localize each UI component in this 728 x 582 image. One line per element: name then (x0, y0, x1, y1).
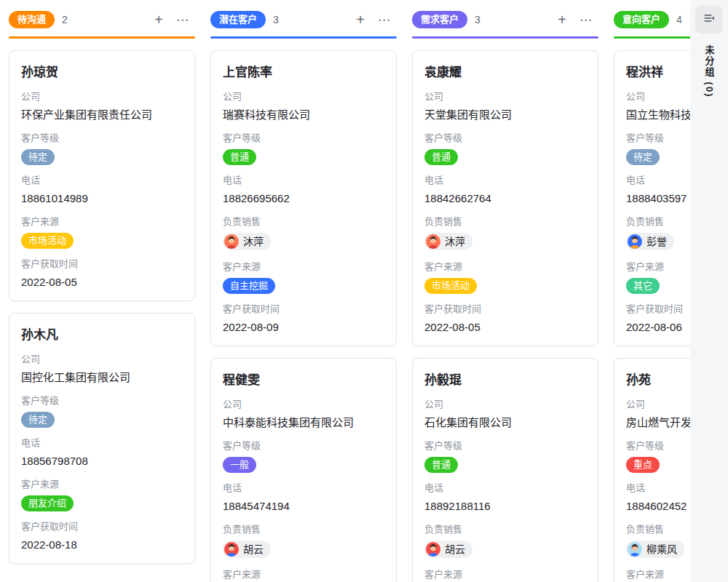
column-tag: 潜在客户 (210, 11, 266, 28)
customer-card[interactable]: 上官陈率 公司 瑞赛科技有限公司 客户等级 普通 电话 18826695662 … (210, 50, 397, 346)
field-label: 公司 (223, 398, 384, 411)
customer-card[interactable]: 程健雯 公司 中科泰能科技集团有限公司 客户等级 一般 电话 188454741… (210, 358, 397, 582)
customer-card[interactable]: 袁康耀 公司 天堂集团有限公司 客户等级 普通 电话 18842662764 负… (412, 50, 598, 346)
level-badge: 待定 (626, 149, 660, 165)
field-level: 客户等级 一般 (223, 439, 384, 473)
source-badge: 市场活动 (21, 233, 74, 249)
column-count: 3 (273, 14, 279, 25)
avatar (426, 234, 440, 249)
card-title: 孙琼贺 (21, 64, 183, 81)
field-source: 客户来源 市场活动 (424, 568, 586, 582)
field-label: 负责销售 (424, 215, 586, 228)
field-label: 电话 (21, 174, 183, 187)
field-label: 公司 (223, 90, 384, 103)
customer-card[interactable]: 孙琼贺 公司 环保产业集团有限责任公司 客户等级 待定 电话 188610149… (9, 50, 195, 301)
date-value: 2022-08-05 (21, 274, 183, 290)
field-label: 客户等级 (21, 132, 183, 145)
card-title: 孙毅琨 (424, 372, 586, 389)
field-label: 客户等级 (21, 394, 183, 407)
field-label: 客户获取时间 (21, 258, 183, 271)
sales-person-name: 柳乘风 (646, 542, 677, 557)
collapsed-group-ungrouped[interactable]: 未分组 (0) (703, 45, 716, 98)
card-list: 上官陈率 公司 瑞赛科技有限公司 客户等级 普通 电话 18826695662 … (210, 50, 397, 582)
field-label: 客户获取时间 (21, 520, 183, 533)
field-label: 电话 (424, 174, 586, 187)
field-level: 客户等级 普通 (424, 132, 586, 165)
field-company: 公司 国控化工集团有限公司 (21, 353, 183, 386)
company-value: 环保产业集团有限责任公司 (21, 107, 183, 123)
column-header: 待沟通 2 + ⋯ (9, 10, 195, 29)
field-sales: 负责销售 沐萍 (223, 215, 384, 252)
add-card-button[interactable]: + (556, 12, 568, 27)
column-color-bar (412, 36, 598, 39)
field-source: 客户来源 朋友介绍 (21, 478, 183, 511)
field-date: 客户获取时间 2022-08-05 (424, 303, 586, 335)
column-header: 潜在客户 3 + ⋯ (210, 10, 397, 29)
field-level: 客户等级 待定 (21, 394, 183, 428)
field-sales: 负责销售 沐萍 (424, 215, 586, 252)
sales-person-chip: 沐萍 (223, 233, 271, 250)
column-more-button[interactable]: ⋯ (175, 14, 191, 26)
add-card-button[interactable]: + (355, 12, 366, 27)
customer-card[interactable]: 孙毅琨 公司 石化集团有限公司 客户等级 普通 电话 18892188116 负… (412, 358, 598, 582)
sales-person-name: 沐萍 (445, 234, 465, 249)
field-label: 客户来源 (21, 478, 183, 491)
column-more-button[interactable]: ⋯ (578, 14, 594, 26)
column-tag: 意向客户 (614, 11, 669, 28)
collapse-panel-icon (703, 12, 716, 28)
source-badge: 市场活动 (424, 278, 477, 294)
field-label: 客户等级 (223, 439, 384, 453)
card-title: 上官陈率 (223, 64, 384, 81)
column-to-communicate: 待沟通 2 + ⋯ 孙琼贺 公司 环保产业集团有限责任公司 客户等级 待定 电话… (9, 10, 195, 582)
company-value: 瑞赛科技有限公司 (223, 107, 384, 123)
column-more-button[interactable]: ⋯ (376, 14, 392, 26)
level-badge: 重点 (626, 457, 660, 473)
sales-person-chip: 胡云 (223, 541, 271, 558)
field-label: 电话 (223, 482, 384, 495)
field-date: 客户获取时间 2022-08-18 (21, 520, 183, 553)
field-label: 客户等级 (424, 132, 586, 145)
customer-card[interactable]: 孙木凡 公司 国控化工集团有限公司 客户等级 待定 电话 18856798708… (9, 313, 195, 564)
sales-person-name: 彭誉 (646, 234, 667, 249)
field-label: 客户获取时间 (223, 303, 384, 316)
column-count: 2 (62, 14, 68, 25)
card-title: 袁康耀 (424, 64, 586, 81)
field-level: 客户等级 普通 (424, 439, 586, 473)
avatar (224, 234, 239, 249)
sales-person-name: 胡云 (445, 542, 465, 557)
sales-person-chip: 沐萍 (424, 233, 472, 250)
field-label: 客户获取时间 (424, 303, 586, 316)
phone-value: 18861014989 (21, 191, 183, 207)
sales-person-chip: 胡云 (424, 541, 472, 558)
add-card-button[interactable]: + (153, 12, 165, 27)
field-company: 公司 天堂集团有限公司 (424, 90, 586, 123)
column-tag: 待沟通 (9, 11, 55, 28)
phone-value: 18842662764 (424, 191, 586, 207)
field-company: 公司 环保产业集团有限责任公司 (21, 90, 183, 123)
level-badge: 待定 (21, 149, 55, 165)
field-date: 客户获取时间 2022-08-05 (21, 258, 183, 290)
column-count: 3 (475, 14, 480, 25)
source-badge: 自主挖掘 (223, 278, 275, 294)
field-label: 负责销售 (223, 523, 384, 536)
collapsed-group-rail: 未分组 (0) (690, 0, 728, 582)
level-badge: 普通 (424, 149, 458, 165)
field-source: 客户来源 市场活动 (424, 260, 586, 294)
field-label: 电话 (21, 436, 183, 450)
field-company: 公司 中科泰能科技集团有限公司 (223, 398, 384, 431)
field-label: 客户来源 (223, 260, 384, 274)
company-value: 中科泰能科技集团有限公司 (223, 415, 384, 431)
date-value: 2022-08-09 (223, 319, 384, 335)
field-source: 客户来源 自主挖掘 (223, 260, 384, 294)
avatar (224, 542, 239, 557)
company-value: 天堂集团有限公司 (424, 107, 586, 123)
field-label: 负责销售 (223, 215, 384, 228)
level-badge: 普通 (223, 149, 256, 165)
field-label: 客户等级 (424, 439, 586, 453)
card-list: 袁康耀 公司 天堂集团有限公司 客户等级 普通 电话 18842662764 负… (412, 50, 598, 582)
field-level: 客户等级 普通 (223, 132, 384, 165)
field-phone: 电话 18845474194 (223, 482, 384, 514)
field-phone: 电话 18842662764 (424, 174, 586, 207)
phone-value: 18826695662 (223, 191, 384, 207)
expand-group-button[interactable] (695, 6, 723, 33)
